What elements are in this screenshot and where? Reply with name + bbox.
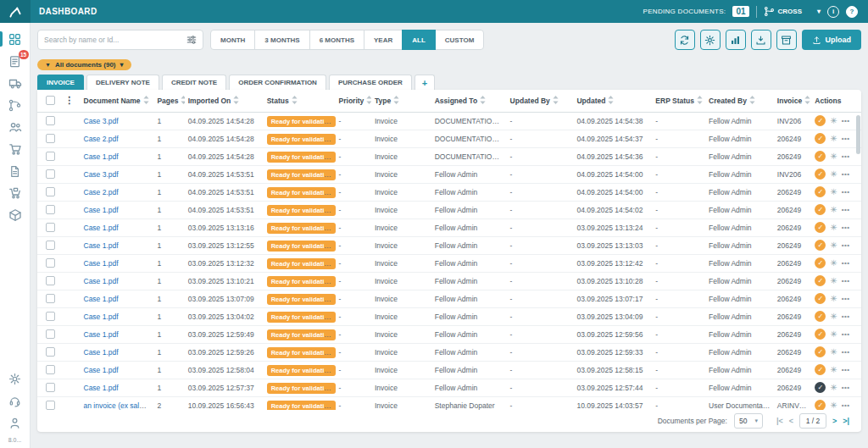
row-checkbox[interactable] bbox=[46, 312, 55, 321]
range-3months[interactable]: 3 MONTHS bbox=[254, 30, 309, 50]
document-filter-dropdown[interactable]: ▼ All documents (90) ▾ bbox=[37, 59, 131, 70]
col-priority[interactable]: Priority bbox=[336, 90, 371, 112]
document-name-link[interactable]: Case 1.pdf bbox=[84, 366, 119, 374]
document-name-link[interactable]: Case 2.pdf bbox=[84, 135, 119, 143]
next-page-button[interactable]: > bbox=[832, 417, 837, 425]
validate-icon[interactable]: ✓ bbox=[815, 115, 826, 126]
validate-icon[interactable]: ✓ bbox=[815, 151, 826, 162]
more-actions-icon[interactable]: ••• bbox=[842, 117, 850, 124]
more-actions-icon[interactable]: ••• bbox=[842, 366, 850, 373]
sidebar-item-packages[interactable] bbox=[0, 204, 31, 226]
erp-transfer-icon[interactable]: ✳ bbox=[830, 223, 837, 232]
per-page-select[interactable]: 50 ▾ bbox=[734, 413, 763, 429]
row-checkbox[interactable] bbox=[46, 365, 55, 374]
document-name-link[interactable]: Case 1.pdf bbox=[84, 224, 119, 232]
range-year[interactable]: YEAR bbox=[364, 30, 403, 50]
sidebar-item-workflow[interactable] bbox=[0, 94, 31, 116]
tab-purchase-order[interactable]: PURCHASE ORDER bbox=[329, 75, 412, 90]
col-created-by[interactable]: Created By bbox=[705, 90, 774, 112]
table-row[interactable]: Case 3.pdf 1 04.09.2025 14:53:51 Ready f… bbox=[37, 165, 861, 183]
validate-icon[interactable]: ✓ bbox=[815, 240, 826, 251]
prev-page-button[interactable]: < bbox=[789, 417, 793, 425]
col-imported-on[interactable]: Imported On bbox=[185, 90, 264, 112]
erp-transfer-icon[interactable]: ✳ bbox=[830, 329, 837, 339]
row-checkbox[interactable] bbox=[46, 223, 55, 232]
more-actions-icon[interactable]: ••• bbox=[842, 241, 850, 249]
document-name-link[interactable]: Case 1.pdf bbox=[84, 384, 119, 392]
range-6months[interactable]: 6 MONTHS bbox=[309, 30, 364, 50]
row-checkbox[interactable] bbox=[46, 294, 55, 303]
sidebar-item-orders[interactable] bbox=[0, 138, 31, 160]
table-row[interactable]: Case 3.pdf 1 04.09.2025 14:54:28 Ready f… bbox=[37, 112, 861, 130]
col-document-name[interactable]: Document Name bbox=[81, 90, 154, 112]
erp-transfer-icon[interactable]: ✳ bbox=[830, 347, 837, 357]
sidebar-item-procurement[interactable] bbox=[0, 182, 31, 204]
row-checkbox[interactable] bbox=[46, 329, 55, 339]
validate-icon[interactable]: ✓ bbox=[815, 364, 826, 375]
archive-button[interactable] bbox=[776, 30, 797, 50]
validate-icon[interactable]: ✓ bbox=[815, 257, 826, 268]
document-name-link[interactable]: Case 1.pdf bbox=[84, 295, 119, 303]
sidebar-item-dashboard[interactable] bbox=[0, 28, 31, 50]
help-icon[interactable]: ? bbox=[846, 6, 858, 18]
document-name-link[interactable]: Case 1.pdf bbox=[84, 277, 119, 285]
validate-icon[interactable]: ✓ bbox=[815, 133, 826, 144]
document-name-link[interactable]: Case 1.pdf bbox=[84, 241, 119, 250]
more-actions-icon[interactable]: ••• bbox=[842, 312, 850, 320]
validate-icon[interactable]: ✓ bbox=[815, 311, 826, 322]
col-invoice[interactable]: Invoice bbox=[774, 90, 811, 112]
erp-transfer-icon[interactable]: ✳ bbox=[830, 241, 837, 250]
more-actions-icon[interactable]: ••• bbox=[842, 152, 850, 160]
document-name-link[interactable]: Case 2.pdf bbox=[84, 188, 119, 196]
document-name-link[interactable]: Case 1.pdf bbox=[84, 330, 119, 339]
table-row[interactable]: Case 2.pdf 1 04.09.2025 14:54:28 Ready f… bbox=[37, 130, 861, 147]
row-checkbox[interactable] bbox=[46, 241, 55, 250]
row-checkbox[interactable] bbox=[46, 134, 55, 143]
more-actions-icon[interactable]: ••• bbox=[842, 170, 850, 178]
refresh-button[interactable] bbox=[675, 30, 695, 50]
row-checkbox[interactable] bbox=[46, 116, 55, 125]
row-checkbox[interactable] bbox=[46, 347, 55, 357]
table-row[interactable]: Case 1.pdf 1 03.09.2025 13:10:21 Ready f… bbox=[37, 272, 861, 290]
tab-credit-note[interactable]: CREDIT NOTE bbox=[162, 75, 226, 90]
sidebar-item-tasks[interactable]: 15 bbox=[0, 50, 31, 72]
erp-transfer-icon[interactable]: ✳ bbox=[830, 401, 837, 410]
table-row[interactable]: Case 1.pdf 1 03.09.2025 13:12:32 Ready f… bbox=[37, 254, 861, 272]
select-all-checkbox[interactable] bbox=[46, 96, 55, 105]
row-checkbox[interactable] bbox=[46, 258, 55, 268]
document-name-link[interactable]: Case 1.pdf bbox=[84, 312, 119, 321]
table-row[interactable]: Case 1.pdf 1 03.09.2025 13:07:09 Ready f… bbox=[37, 290, 861, 307]
document-name-link[interactable]: Case 1.pdf bbox=[84, 259, 119, 268]
validate-icon[interactable]: ✓ bbox=[815, 346, 826, 357]
validate-icon[interactable]: ✓ bbox=[815, 169, 826, 180]
row-checkbox[interactable] bbox=[46, 152, 55, 161]
validate-icon[interactable]: ✓ bbox=[815, 222, 826, 233]
more-actions-icon[interactable]: ••• bbox=[842, 259, 850, 267]
erp-transfer-icon[interactable]: ✳ bbox=[830, 258, 837, 268]
table-row[interactable]: Case 1.pdf 1 03.09.2025 12:59:49 Ready f… bbox=[37, 325, 861, 343]
sidebar-item-support[interactable] bbox=[0, 390, 31, 412]
analytics-button[interactable] bbox=[726, 30, 746, 50]
col-pages[interactable]: Pages bbox=[153, 90, 184, 112]
col-type[interactable]: Type bbox=[371, 90, 431, 112]
org-selector[interactable]: CROSS ▾ bbox=[764, 6, 821, 17]
upload-button[interactable]: Upload bbox=[802, 30, 862, 50]
more-actions-icon[interactable]: ••• bbox=[842, 206, 850, 213]
app-logo[interactable] bbox=[0, 0, 31, 23]
validate-icon[interactable]: ✓ bbox=[815, 400, 826, 410]
table-row[interactable]: Case 1.pdf 1 04.09.2025 14:54:28 Ready f… bbox=[37, 147, 861, 165]
table-menu-icon[interactable]: ⋮ bbox=[64, 95, 74, 105]
document-name-link[interactable]: Case 3.pdf bbox=[84, 117, 119, 125]
erp-transfer-icon[interactable]: ✳ bbox=[830, 134, 837, 143]
more-actions-icon[interactable]: ••• bbox=[842, 277, 850, 285]
document-name-link[interactable]: Case 1.pdf bbox=[84, 152, 119, 161]
table-row[interactable]: Case 2.pdf 1 04.09.2025 14:53:51 Ready f… bbox=[37, 183, 861, 201]
sidebar-item-profile[interactable] bbox=[0, 412, 31, 434]
table-row[interactable]: Case 1.pdf 1 03.09.2025 12:57:37 Ready f… bbox=[37, 379, 861, 396]
erp-transfer-icon[interactable]: ✳ bbox=[830, 365, 837, 374]
validate-icon[interactable]: ✓ bbox=[815, 329, 826, 340]
validate-icon[interactable]: ✓ bbox=[815, 293, 826, 304]
erp-transfer-icon[interactable]: ✳ bbox=[830, 116, 837, 125]
row-checkbox[interactable] bbox=[46, 383, 55, 392]
sidebar-item-users[interactable] bbox=[0, 116, 31, 138]
